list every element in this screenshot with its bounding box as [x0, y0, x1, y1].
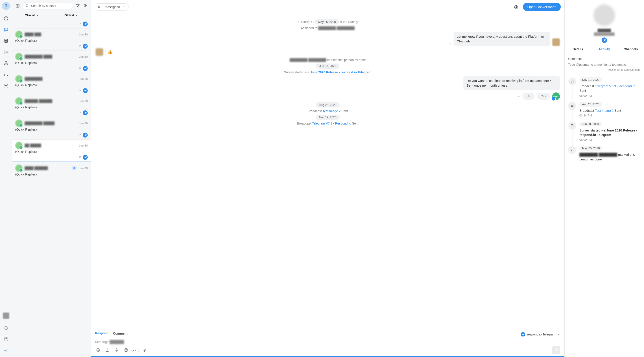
- broadcast-line: Broadcast Telegram V7.3 - Respond.Io Sen…: [96, 122, 560, 125]
- snooze-icon[interactable]: [512, 3, 520, 11]
- contact-item[interactable]: ████████ ████Jun 30 (Quick Replies): [12, 50, 91, 73]
- contact-panel: Closed Oldest ████ ███Jun 30 (Quick Repl…: [12, 0, 91, 357]
- search-input[interactable]: [31, 4, 70, 8]
- contact-avatar: [15, 120, 22, 127]
- profile-sub: ██████████: [594, 32, 614, 36]
- contact-preview: (Quick Replies): [15, 106, 37, 109]
- svg-point-15: [556, 96, 557, 97]
- contact-preview: (Quick Replies): [15, 172, 37, 176]
- snippet-icon[interactable]: [123, 347, 129, 353]
- profile-name: ██████: [598, 29, 611, 32]
- tab-respond[interactable]: Respond: [95, 332, 108, 337]
- status-filter[interactable]: Closed: [25, 14, 39, 17]
- profile-avatar: [594, 4, 615, 26]
- unread-badge: 3: [72, 166, 77, 170]
- help-icon[interactable]: [2, 334, 10, 344]
- message-bubble: Do you want to continue to receive platf…: [464, 76, 560, 90]
- contact-name: ████████ █████: [25, 122, 77, 125]
- composer: Respond Comment respond.io Telegram Mess…: [91, 329, 564, 356]
- activity-link[interactable]: Telegram V7.3 - Respond.Io: [595, 84, 636, 88]
- tab-comment[interactable]: Comment: [113, 332, 128, 337]
- comment-input[interactable]: [568, 62, 640, 67]
- notifications-icon[interactable]: [2, 323, 10, 332]
- telegram-icon: [83, 132, 88, 138]
- contact-name: ████████: [25, 77, 77, 80]
- person-icon: [97, 5, 101, 9]
- workflows-icon[interactable]: [2, 59, 10, 68]
- broadcast-link[interactable]: Telegram V7.3 - Respond.Io: [312, 122, 351, 125]
- workspace-avatar[interactable]: [3, 312, 9, 319]
- contact-item[interactable]: ████ ███Jun 30 (Quick Replies): [12, 28, 91, 50]
- collapse-panel-icon[interactable]: [15, 2, 20, 10]
- search-box[interactable]: [22, 2, 73, 10]
- sort-filter-label: Oldest: [64, 14, 74, 17]
- no-button[interactable]: No: [522, 93, 534, 100]
- user-avatar[interactable]: R: [2, 2, 10, 10]
- send-button[interactable]: [552, 346, 560, 354]
- contact-item[interactable]: ████████Jun 30 (Quick Replies): [12, 73, 91, 95]
- contact-list: ████ ███Jun 30 (Quick Replies) ████████ …: [12, 20, 91, 357]
- contact-item[interactable]: ████ ██████3Jun 30 (Quick Replies): [12, 162, 91, 178]
- assignee-label: Unassigned: [104, 5, 120, 9]
- tab-channels[interactable]: Channels: [618, 45, 644, 54]
- activity-item: Aug 25, 2020 Broadcast Test Image 2 Sent…: [568, 102, 642, 117]
- sort-filter[interactable]: Oldest: [64, 14, 78, 17]
- contact-avatar: [15, 164, 22, 172]
- contact-date: Jun 30: [79, 55, 88, 58]
- dashboard-icon[interactable]: [2, 14, 10, 23]
- activity-item: Nov 19, 2020 Broadcast Telegram V7.3 - R…: [568, 78, 642, 98]
- channel-select[interactable]: respond.io Telegram: [521, 332, 560, 336]
- contact-preview: (Quick Replies): [15, 150, 37, 154]
- megaphone-icon: [568, 78, 576, 86]
- activity-text: Survey started via June 2020 Release - r…: [580, 128, 642, 137]
- settings-icon[interactable]: [2, 81, 10, 90]
- contact-avatar: [15, 142, 22, 149]
- telegram-icon: [521, 332, 525, 336]
- upload-icon[interactable]: [104, 347, 110, 353]
- svg-point-13: [98, 6, 100, 7]
- tab-details[interactable]: Details: [564, 45, 591, 54]
- survey-link[interactable]: June 2020 Release - respond.io Telegram: [310, 70, 372, 74]
- activity-text: Broadcast Telegram V7.3 - Respond.Io Sen…: [580, 84, 642, 93]
- add-contact-icon[interactable]: [82, 2, 88, 10]
- contact-date: Jun 30: [79, 100, 88, 103]
- chevron-down-icon: [122, 6, 126, 8]
- reports-icon[interactable]: [2, 70, 10, 79]
- yes-button[interactable]: Yes: [537, 93, 550, 100]
- details-header: ██████ ██████████: [564, 0, 644, 45]
- outgoing-arrow-icon: [78, 111, 82, 115]
- svg-point-12: [84, 4, 86, 6]
- open-conversation-button[interactable]: Open Conversation: [523, 3, 561, 11]
- chevron-down-icon: [36, 14, 39, 17]
- variable-icon[interactable]: {var}: [133, 347, 138, 353]
- survey-line: Bernardo GMay 25, 2020d the Survey: [96, 19, 560, 24]
- tab-activity[interactable]: Activity: [591, 45, 618, 54]
- floating-date-pill: May 25, 2020: [315, 19, 339, 24]
- contact-date: Jun 30: [79, 77, 88, 80]
- contact-item[interactable]: ████████ █████Jun 30 (Quick Replies): [12, 117, 91, 139]
- messages-icon[interactable]: [2, 25, 10, 34]
- svg-rect-6: [7, 64, 8, 65]
- contacts-icon[interactable]: [2, 36, 10, 45]
- filter-icon[interactable]: [75, 2, 80, 10]
- microphone-icon[interactable]: [114, 347, 119, 353]
- broadcast-icon[interactable]: [2, 48, 10, 56]
- date-pill: Aug 25, 2020: [316, 102, 340, 108]
- contact-preview: (Quick Replies): [15, 83, 37, 87]
- contact-item[interactable]: ██████ ██████Jun 30 (Quick Replies): [12, 95, 91, 117]
- broadcast-link[interactable]: Test Image 2: [322, 109, 340, 113]
- svg-point-3: [6, 52, 6, 52]
- composer-input[interactable]: Message ██████: [95, 337, 560, 345]
- contact-name: ████████ ████: [25, 55, 77, 58]
- comment-hint: Press enter to add comment: [568, 68, 640, 71]
- filter-row: Closed Oldest: [12, 12, 91, 20]
- emoji-icon[interactable]: [95, 347, 100, 353]
- date-pill: Nov 19, 2020: [316, 115, 340, 120]
- contact-preview: (Quick Replies): [15, 39, 37, 42]
- contact-item[interactable]: ██ █████Jun 30 (Quick Replies): [12, 139, 91, 162]
- assignee-dropdown[interactable]: Unassigned: [95, 3, 129, 10]
- activity-link[interactable]: Test Image 2: [595, 109, 614, 112]
- composer-placeholder: Message ██████: [95, 340, 124, 344]
- contact-preview: (Quick Replies): [15, 128, 37, 131]
- bolt-icon[interactable]: [142, 347, 148, 353]
